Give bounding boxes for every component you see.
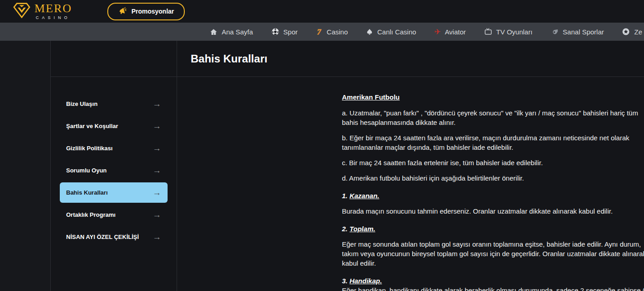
megaphone-icon bbox=[118, 6, 127, 17]
sidebar: Bize Ulaşın→Şartlar ve Koşullar→Gizlilik… bbox=[50, 77, 177, 291]
logo[interactable]: MERO CASINO bbox=[13, 2, 72, 20]
content-paragraph: d. Amerikan futbolu bahisleri için aşağı… bbox=[342, 173, 644, 183]
content-paragraph: Eğer maç sonunda atılan toplam gol sayıs… bbox=[342, 239, 644, 268]
nav-item-canl-casino[interactable]: Canlı Casino bbox=[366, 27, 416, 37]
arrow-right-icon: → bbox=[153, 210, 161, 220]
sidebar-item-label: Bahis Kuralları bbox=[66, 189, 108, 196]
page-title-row: Bahis Kuralları bbox=[177, 41, 644, 77]
content-paragraph: Eğer handikap, handikapı dikkate alarak … bbox=[342, 286, 644, 291]
sidebar-item-label: Ortaklık Programı bbox=[66, 211, 115, 218]
home-icon bbox=[210, 28, 217, 36]
nav-item-aviator[interactable]: ✈Aviator bbox=[434, 27, 466, 37]
left-spacer bbox=[0, 41, 50, 291]
main-content-area: Amerikan Futbolua. Uzatmalar, "puan fark… bbox=[177, 77, 644, 291]
nav-item-casino[interactable]: 7Casino bbox=[316, 27, 348, 37]
content-paragraph: a. Uzatmalar, "puan farkı" , "dördüncü ç… bbox=[342, 108, 644, 127]
arrow-right-icon: → bbox=[153, 99, 161, 109]
sidebar-item-gizlilik-politikas-[interactable]: Gizlilik Politikası→ bbox=[60, 138, 168, 158]
content-numbered-heading: 1. Kazanan. bbox=[342, 191, 644, 200]
whistle-icon bbox=[551, 28, 559, 35]
nav-item-label: Casino bbox=[327, 28, 348, 36]
nav-item-label: Ana Sayfa bbox=[221, 28, 253, 36]
soccer-ball-icon bbox=[271, 28, 279, 36]
logo-name: MERO bbox=[34, 3, 72, 14]
star-circle-icon bbox=[622, 28, 630, 36]
promotions-button[interactable]: Promosyonlar bbox=[107, 3, 185, 20]
content-paragraph: c. Bir maç 24 saatten fazla ertelenir is… bbox=[342, 158, 644, 167]
tv-icon bbox=[484, 28, 492, 36]
promotions-button-label: Promosyonlar bbox=[131, 8, 174, 15]
sidebar-item-bahis-kurallar-[interactable]: Bahis Kuralları→ bbox=[60, 182, 168, 203]
top-header: MERO CASINO Promosyonlar bbox=[0, 0, 644, 23]
spade-icon bbox=[366, 28, 373, 36]
main-nav-list: Ana SayfaSpor7CasinoCanlı Casino✈Aviator… bbox=[210, 27, 644, 37]
arrow-right-icon: → bbox=[153, 232, 161, 242]
sidebar-item--artlar-ve-ko-ullar[interactable]: Şartlar ve Koşullar→ bbox=[60, 116, 168, 136]
nav-item-ze[interactable]: Ze bbox=[622, 27, 642, 37]
arrow-right-icon: → bbox=[153, 143, 161, 153]
nav-item-label: Aviator bbox=[445, 28, 466, 36]
nav-item-label: Spor bbox=[284, 28, 298, 36]
page-title: Bahis Kuralları bbox=[191, 52, 267, 65]
nav-item-tv-oyunlar-[interactable]: TV Oyunları bbox=[484, 27, 533, 37]
content-paragraph: Burada maçın sonucunu tahmin ederseniz. … bbox=[342, 206, 644, 216]
nav-item-label: Canlı Casino bbox=[377, 28, 416, 36]
sidebar-item-label: Bize Ulaşın bbox=[66, 100, 97, 107]
sidebar-item-label: Gizlilik Politikası bbox=[66, 145, 113, 152]
airplane-icon: ✈ bbox=[434, 27, 441, 37]
sidebar-item-sorumlu-oyun[interactable]: Sorumlu Oyun→ bbox=[60, 160, 168, 181]
sidebar-item-label: NİSAN AYI ÖZEL ÇEKİLİŞİ bbox=[66, 234, 139, 240]
content-numbered-heading: 2. Toplam. bbox=[342, 224, 644, 234]
sidebar-header-cell bbox=[50, 41, 177, 77]
nav-item-ana-sayfa[interactable]: Ana Sayfa bbox=[210, 27, 253, 37]
sidebar-menu: Bize Ulaşın→Şartlar ve Koşullar→Gizlilik… bbox=[51, 94, 177, 247]
arrow-right-icon: → bbox=[153, 188, 161, 198]
sidebar-item-label: Sorumlu Oyun bbox=[66, 167, 107, 174]
svg-text:7: 7 bbox=[317, 28, 322, 36]
content-numbered-heading: 3. Handikap. bbox=[342, 276, 644, 286]
arrow-right-icon: → bbox=[153, 121, 161, 131]
sidebar-item-ni-san-ayi-zel-eki-li-i-[interactable]: NİSAN AYI ÖZEL ÇEKİLİŞİ→ bbox=[60, 227, 168, 247]
sidebar-item-bize-ula-n[interactable]: Bize Ulaşın→ bbox=[60, 94, 168, 114]
sidebar-item-ortakl-k-program-[interactable]: Ortaklık Programı→ bbox=[60, 205, 168, 225]
page-shell: Bahis Kuralları Bize Ulaşın→Şartlar ve K… bbox=[0, 41, 644, 291]
content-section-heading: Amerikan Futbolu bbox=[342, 92, 644, 102]
content-paragraph: b. Eğer bir maça 24 saatten fazla ara ve… bbox=[342, 133, 644, 152]
nav-item-label: TV Oyunları bbox=[496, 28, 533, 36]
diamond-logo-icon bbox=[13, 2, 31, 20]
casino-seven-icon: 7 bbox=[316, 27, 322, 36]
sidebar-item-label: Şartlar ve Koşullar bbox=[66, 123, 118, 129]
arrow-right-icon: → bbox=[153, 166, 161, 176]
nav-item-label: Ze bbox=[634, 28, 642, 36]
nav-item-sanal-sporlar[interactable]: Sanal Sporlar bbox=[551, 27, 604, 37]
nav-item-spor[interactable]: Spor bbox=[271, 27, 298, 37]
logo-subtitle: CASINO bbox=[34, 16, 72, 20]
betting-rules-content: Amerikan Futbolua. Uzatmalar, "puan fark… bbox=[342, 92, 644, 291]
nav-item-label: Sanal Sporlar bbox=[563, 28, 604, 36]
main-nav: Ana SayfaSpor7CasinoCanlı Casino✈Aviator… bbox=[0, 23, 644, 41]
